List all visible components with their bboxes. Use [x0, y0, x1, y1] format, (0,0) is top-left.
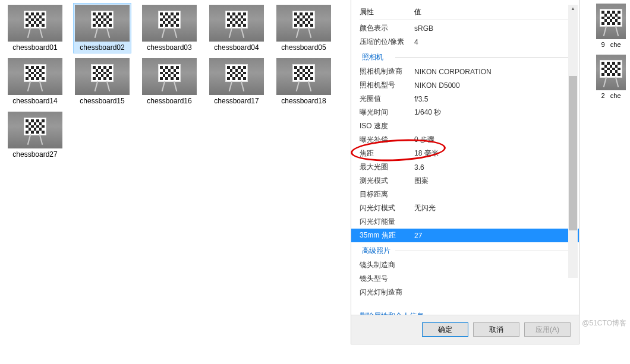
property-row[interactable]: 目标距离	[360, 188, 571, 201]
file-item[interactable]: chessboard05	[275, 3, 333, 53]
group-camera: 照相机	[360, 49, 571, 65]
file-label: chessboard18	[281, 97, 326, 105]
thumbnail	[8, 112, 62, 148]
property-row[interactable]: 闪光灯模式无闪光	[360, 201, 571, 215]
file-label: chessboard03	[147, 43, 191, 52]
property-row-35mm-focal[interactable]: 35mm 焦距27	[351, 229, 579, 242]
property-label: 颜色表示	[360, 23, 414, 33]
column-property: 属性	[360, 7, 414, 17]
file-item[interactable]: chessboard04	[207, 3, 266, 53]
file-item[interactable]: chessboard14	[6, 56, 64, 107]
apply-button[interactable]: 应用(A)	[524, 322, 571, 337]
file-label: chessboard14	[12, 97, 57, 105]
file-item[interactable]: chessboard01	[6, 3, 64, 53]
file-grid: chessboard01 chessboard02 chessboard03 c…	[0, 0, 345, 364]
thumbnail	[596, 4, 626, 39]
file-item[interactable]: 9 che	[594, 2, 628, 50]
file-label: chessboard04	[214, 43, 259, 52]
thumbnail	[276, 58, 331, 95]
file-label: chessboard01	[12, 43, 57, 52]
thumbnail	[209, 5, 264, 42]
property-row[interactable]: 最大光圈3.6	[360, 160, 571, 174]
ok-button[interactable]: 确定	[422, 322, 468, 337]
file-item[interactable]: chessboard16	[140, 56, 199, 107]
thumbnail	[8, 5, 62, 42]
thumbnail	[75, 58, 130, 95]
property-row[interactable]: 闪光灯能量	[360, 215, 571, 229]
file-item[interactable]: chessboard18	[275, 56, 333, 107]
file-item[interactable]: chessboard03	[140, 3, 199, 53]
file-label: chessboard05	[281, 43, 326, 52]
remove-properties-link[interactable]: 删除属性和个人信息	[360, 311, 424, 315]
file-label: chessboard15	[80, 97, 124, 105]
column-value: 值	[414, 7, 571, 17]
property-row[interactable]: 颜色表示 sRGB	[360, 21, 571, 35]
property-row[interactable]: 镜头型号	[360, 272, 571, 286]
file-label: chessboard16	[147, 97, 191, 105]
property-row[interactable]: ISO 速度	[360, 119, 571, 133]
right-file-strip: 9 che 2 che	[594, 0, 630, 101]
properties-dialog: 属性 值 颜色表示 sRGB 压缩的位/像素 4 照相机 照相机制造商NIKON…	[351, 0, 579, 344]
property-value: 4	[414, 38, 571, 46]
property-label: 压缩的位/像素	[360, 37, 414, 47]
property-row[interactable]: 曝光补偿0 步骤	[360, 133, 571, 147]
file-label: chessboard27	[12, 150, 57, 159]
thumbnail	[8, 58, 62, 95]
file-item[interactable]: chessboard02	[73, 3, 131, 53]
property-row-focal-length[interactable]: 焦距18 毫米	[360, 147, 571, 160]
file-item[interactable]: chessboard27	[6, 110, 64, 160]
properties-list: 颜色表示 sRGB 压缩的位/像素 4 照相机 照相机制造商NIKON CORP…	[360, 21, 571, 299]
thumbnail	[75, 5, 130, 42]
file-item[interactable]: chessboard15	[73, 56, 131, 107]
file-label: 9 che	[601, 41, 620, 48]
properties-header: 属性 值	[360, 5, 571, 20]
property-row[interactable]: 照相机制造商NIKON CORPORATION	[360, 65, 571, 78]
property-value: sRGB	[414, 24, 571, 33]
group-advanced-photo: 高级照片	[360, 242, 571, 258]
property-row[interactable]: 压缩的位/像素 4	[360, 35, 571, 49]
thumbnail	[142, 5, 197, 42]
file-label: chessboard17	[214, 97, 259, 105]
property-row[interactable]: 测光模式图案	[360, 174, 571, 188]
property-row[interactable]: 镜头制造商	[360, 258, 571, 272]
property-row[interactable]: 闪光灯制造商	[360, 286, 571, 299]
thumbnail	[209, 58, 264, 95]
thumbnail	[596, 55, 626, 90]
scrollbar-vertical[interactable]: ▲	[568, 5, 578, 278]
cancel-button[interactable]: 取消	[473, 322, 519, 337]
property-row[interactable]: 光圈值f/3.5	[360, 92, 571, 106]
file-label: chessboard02	[80, 43, 124, 52]
file-item[interactable]: chessboard17	[207, 56, 266, 107]
scroll-thumb[interactable]	[569, 76, 577, 230]
property-row[interactable]: 照相机型号NIKON D5000	[360, 78, 571, 92]
file-label: 2 che	[601, 92, 620, 99]
dialog-button-bar: 确定 取消 应用(A)	[351, 315, 579, 344]
scroll-up-icon[interactable]: ▲	[568, 5, 578, 12]
thumbnail	[142, 58, 197, 95]
property-row[interactable]: 曝光时间1/640 秒	[360, 106, 571, 119]
file-item[interactable]: 2 che	[594, 53, 628, 101]
thumbnail	[276, 5, 331, 42]
